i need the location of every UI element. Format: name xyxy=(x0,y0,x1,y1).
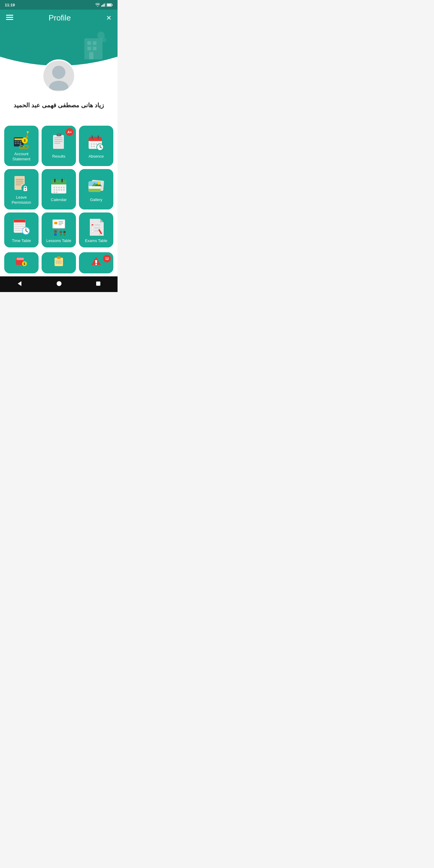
svg-rect-2 xyxy=(104,4,104,7)
app-header: Profile ✕ xyxy=(0,10,118,26)
svg-point-80 xyxy=(54,192,55,193)
svg-rect-127 xyxy=(55,258,63,266)
exams-table-item[interactable]: Exams Table xyxy=(79,213,113,248)
svg-rect-88 xyxy=(89,189,101,192)
svg-rect-27 xyxy=(20,143,22,145)
leave-permission-label: LeavePermission xyxy=(12,195,31,205)
svg-rect-21 xyxy=(14,138,23,140)
grid-container: $ AccountStatement A+ xyxy=(4,126,113,247)
svg-rect-116 xyxy=(94,224,100,225)
lessons-table-label: Lessons Table xyxy=(46,239,71,244)
hamburger-icon xyxy=(6,15,13,20)
svg-rect-112 xyxy=(64,234,65,236)
results-icon-svg xyxy=(51,134,67,151)
svg-rect-93 xyxy=(14,226,25,227)
svg-rect-102 xyxy=(54,222,57,224)
account-statement-item[interactable]: $ AccountStatement xyxy=(4,126,38,166)
svg-rect-8 xyxy=(6,17,13,18)
time-table-label: Time Table xyxy=(12,239,31,244)
partial-badge-12: 12 xyxy=(103,255,111,262)
svg-point-52 xyxy=(93,146,95,147)
absence-icon-svg xyxy=(87,134,105,151)
svg-point-51 xyxy=(91,146,93,147)
leave-permission-item[interactable]: LeavePermission xyxy=(4,169,38,210)
svg-rect-92 xyxy=(14,224,25,225)
svg-rect-38 xyxy=(54,141,63,142)
results-icon xyxy=(50,133,68,152)
svg-point-75 xyxy=(54,189,55,191)
close-button[interactable]: ✕ xyxy=(106,14,112,22)
calendar-label: Calendar xyxy=(51,197,67,203)
svg-rect-7 xyxy=(6,15,13,16)
svg-point-79 xyxy=(63,189,65,191)
svg-rect-45 xyxy=(92,135,93,139)
svg-rect-120 xyxy=(94,230,98,231)
partial-item-2[interactable] xyxy=(41,252,76,273)
status-bar: 11:19 xyxy=(0,0,118,10)
svg-rect-130 xyxy=(56,262,62,264)
svg-point-111 xyxy=(63,231,66,233)
home-button[interactable] xyxy=(50,279,68,290)
partial-items-row: $ 12 xyxy=(0,252,118,276)
svg-rect-60 xyxy=(16,183,24,184)
menu-button[interactable] xyxy=(6,14,13,22)
results-badge: A+ xyxy=(66,128,73,136)
recents-icon xyxy=(96,281,101,286)
leave-permission-icon xyxy=(12,175,30,193)
gallery-label: Gallery xyxy=(90,197,102,203)
user-name: زياد هانى مصطفى فهمى عبد الحميد xyxy=(0,98,118,115)
svg-rect-22 xyxy=(15,141,17,142)
calendar-item[interactable]: Calendar xyxy=(41,169,76,210)
svg-rect-9 xyxy=(6,19,13,20)
exams-icon-svg xyxy=(87,218,105,236)
avatar[interactable] xyxy=(42,59,75,93)
lessons-table-icon xyxy=(50,218,68,236)
svg-rect-26 xyxy=(17,143,19,144)
partial-item-3[interactable]: 12 xyxy=(79,252,113,273)
svg-rect-23 xyxy=(17,141,19,142)
partial-item-1[interactable]: $ xyxy=(4,252,38,273)
svg-point-81 xyxy=(56,192,58,193)
avatar-container xyxy=(42,59,75,93)
svg-rect-132 xyxy=(95,260,97,263)
svg-text:$: $ xyxy=(24,262,25,266)
account-statement-label: AccountStatement xyxy=(12,152,30,162)
leave-icon-svg xyxy=(13,175,30,192)
svg-rect-117 xyxy=(92,227,93,229)
svg-point-47 xyxy=(91,144,93,145)
back-button[interactable] xyxy=(10,279,29,290)
recents-button[interactable] xyxy=(90,279,107,290)
svg-rect-41 xyxy=(57,134,61,135)
svg-rect-136 xyxy=(96,281,100,286)
svg-rect-1 xyxy=(102,4,103,7)
svg-rect-3 xyxy=(105,3,105,7)
svg-point-107 xyxy=(54,230,57,233)
lessons-table-item[interactable]: Lessons Table xyxy=(41,213,76,248)
svg-rect-119 xyxy=(92,230,93,232)
svg-text:$: $ xyxy=(24,138,26,142)
home-icon xyxy=(56,281,62,287)
svg-rect-24 xyxy=(20,141,22,142)
absence-item[interactable]: Absence xyxy=(79,126,113,166)
gallery-item[interactable]: Gallery xyxy=(79,169,113,210)
results-item[interactable]: A+ Results xyxy=(41,126,76,166)
svg-point-49 xyxy=(96,144,97,145)
svg-rect-44 xyxy=(89,139,102,141)
svg-point-76 xyxy=(56,189,58,191)
svg-rect-128 xyxy=(57,256,61,259)
svg-point-71 xyxy=(56,187,58,188)
svg-rect-5 xyxy=(112,4,113,5)
time-table-icon xyxy=(12,218,30,236)
clipboard-icon xyxy=(53,256,65,267)
absence-label: Absence xyxy=(89,154,104,159)
svg-rect-12 xyxy=(93,41,96,45)
svg-rect-14 xyxy=(93,47,96,50)
time-table-item[interactable]: Time Table xyxy=(4,213,38,248)
svg-rect-11 xyxy=(87,41,91,45)
coins-icon: $ xyxy=(16,256,27,267)
svg-rect-124 xyxy=(17,258,24,260)
svg-rect-68 xyxy=(54,179,56,182)
svg-rect-25 xyxy=(15,143,17,144)
battery-icon xyxy=(107,3,113,7)
svg-rect-36 xyxy=(54,137,63,138)
